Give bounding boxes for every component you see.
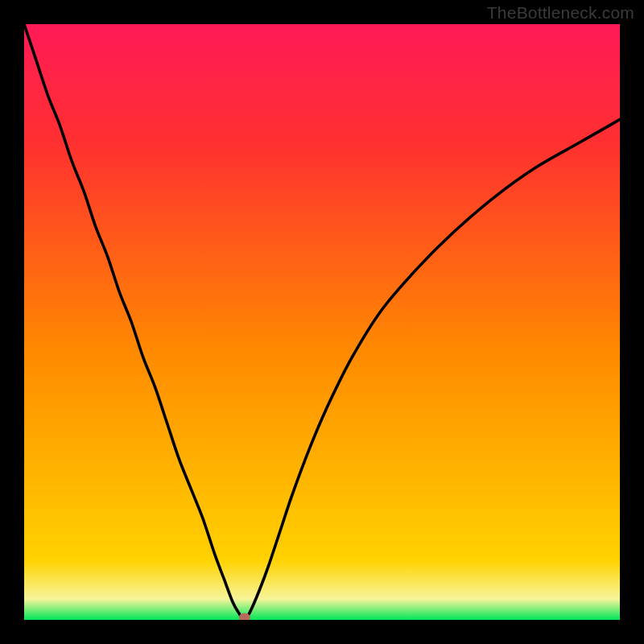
plot-area	[24, 24, 620, 620]
gradient-background	[24, 24, 620, 620]
chart-frame: TheBottleneck.com	[0, 0, 644, 644]
watermark-text: TheBottleneck.com	[487, 3, 634, 23]
chart-svg	[24, 24, 620, 620]
